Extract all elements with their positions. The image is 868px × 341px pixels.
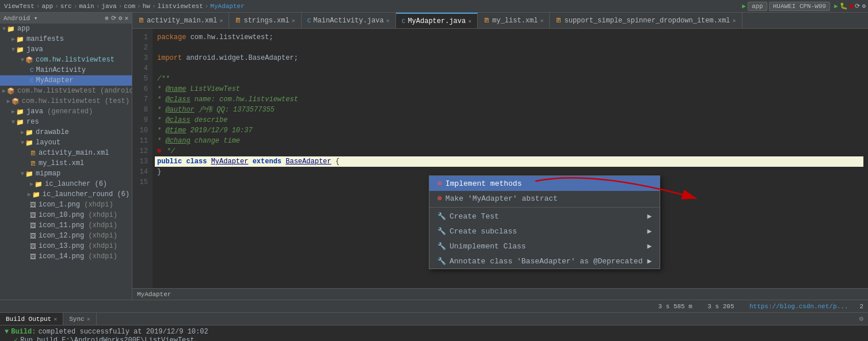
- tab-bar: 🖹 activity_main.xml ✕ 🖹 strings.xml ✕ C …: [132, 13, 868, 29]
- line-num: 1: [135, 32, 148, 43]
- package-icon: 📦: [12, 98, 20, 105]
- ctx-create-subclass[interactable]: 🔧 Create subclass ▶: [429, 224, 660, 239]
- tree-item-res[interactable]: ▼ 📁 res: [0, 117, 132, 127]
- ctx-implement-methods[interactable]: ⊗ Implement methods: [429, 176, 660, 191]
- run-config-btn[interactable]: app: [748, 2, 767, 11]
- tree-item-myadapter[interactable]: C MyAdapter: [0, 75, 132, 86]
- bottom-tab-build-output[interactable]: Build Output ✕: [0, 313, 63, 325]
- tree-item-pkg[interactable]: ▼ 📦 com.hw.listviewtest: [0, 55, 132, 65]
- tab-close-btn[interactable]: ✕: [386, 17, 390, 24]
- bc-main[interactable]: main: [79, 3, 94, 10]
- tree-item-ic-launcher[interactable]: ▶ 📁 ic_launcher (6): [0, 179, 132, 189]
- bc-src[interactable]: src: [60, 3, 72, 10]
- wrench-icon: 🔧: [437, 212, 446, 221]
- tree-item-my-list-xml[interactable]: 🖹 my_list.xml: [0, 158, 132, 168]
- sidebar-header-icons: ⊕ ⟳ ⚙ ✕: [105, 14, 128, 22]
- status-link[interactable]: https://blog.csdn.net/p...: [749, 303, 848, 310]
- bottom-gear-icon[interactable]: ⚙: [859, 315, 868, 323]
- tab-my-list-xml[interactable]: 🖹 my_list.xml ✕: [478, 13, 550, 28]
- tree-item-icon11[interactable]: 🖼 icon_11.png (xhdpi): [0, 220, 132, 231]
- device-btn[interactable]: HUAWEI CPN-W09: [769, 2, 830, 11]
- tree-item-layout[interactable]: ▼ 📁 layout: [0, 137, 132, 148]
- tree-item-java-gen[interactable]: ▶ 📁 java (generated): [0, 106, 132, 117]
- settings-icon[interactable]: ⚙: [862, 2, 866, 10]
- tab-strings-xml[interactable]: 🖹 strings.xml ✕: [229, 13, 301, 28]
- expand-arrow: ▼: [21, 140, 24, 146]
- bc-myadapter[interactable]: MyAdapter: [210, 3, 244, 10]
- close-icon[interactable]: ✕: [124, 14, 128, 22]
- tab-close-btn[interactable]: ✕: [733, 17, 736, 24]
- tree-item-manifests[interactable]: ▶ 📁 manifests: [0, 34, 132, 44]
- line-num: 10: [135, 125, 148, 136]
- bc-com[interactable]: com: [124, 3, 135, 10]
- tab-close-btn[interactable]: ✕: [219, 17, 223, 24]
- package-icon: 📦: [7, 87, 15, 95]
- bc-viewtest[interactable]: ViewTest: [4, 3, 35, 10]
- folder-icon: 📁: [25, 129, 33, 136]
- tree-item-java[interactable]: ▼ 📁 java: [0, 44, 132, 55]
- folder-icon: 📁: [7, 25, 15, 33]
- tree-item-activity-main-xml[interactable]: 🖹 activity_main.xml: [0, 148, 132, 158]
- tree-label: manifests: [26, 35, 64, 43]
- ctx-annotate-deprecated[interactable]: 🔧 Annotate class 'BaseAdapter' as @Depre…: [429, 254, 660, 269]
- tree-item-test[interactable]: ▶ 📦 com.hw.listviewtest (test): [0, 96, 132, 106]
- tree-label: res: [26, 118, 39, 126]
- status-position2: 3 s 205: [707, 303, 734, 310]
- line-num: 12: [135, 146, 148, 156]
- stop-btn[interactable]: ◼: [850, 2, 854, 10]
- tab-label: strings.xml: [243, 17, 289, 25]
- tree-item-mainactivity[interactable]: C MainActivity: [0, 65, 132, 75]
- ctx-make-abstract[interactable]: ⊗ Make 'MyAdapter' abstract: [429, 191, 660, 206]
- tree-item-androidtest[interactable]: ▶ 📦 com.hw.listviewtest (androidTest): [0, 86, 132, 96]
- green-icon: ▶: [742, 2, 746, 10]
- ctx-separator: [429, 207, 660, 208]
- tree-item-icon1[interactable]: 🖼 icon_1.png (xhdpi): [0, 200, 132, 210]
- tab-activity-main-xml[interactable]: 🖹 activity_main.xml ✕: [132, 13, 229, 28]
- add-icon[interactable]: ⊕: [105, 14, 109, 22]
- breadcrumb[interactable]: ViewTest › app › src › main › java › com…: [2, 3, 246, 10]
- tree-item-app[interactable]: ▼ 📁 app: [0, 24, 132, 34]
- tree-label: MyAdapter: [36, 76, 74, 85]
- tree-item-icon13[interactable]: 🖼 icon_13.png (xhdpi): [0, 241, 132, 251]
- line-num: 11: [135, 136, 148, 146]
- debug-btn[interactable]: 🐛: [840, 2, 848, 10]
- bottom-tab-sync[interactable]: Sync ✕: [63, 313, 96, 325]
- check-icon: ✓: [14, 336, 18, 341]
- tab-support-spinner-xml[interactable]: 🖹 support_simple_spinner_dropdown_item.x…: [550, 13, 742, 28]
- tree-item-icon12[interactable]: 🖼 icon_12.png (xhdpi): [0, 231, 132, 241]
- java-icon: C: [30, 77, 34, 84]
- tree-item-ic-launcher-round[interactable]: ▶ 📁 ic_launcher_round (6): [0, 189, 132, 200]
- expand-arrow: ▼: [12, 47, 15, 53]
- tree-item-drawable[interactable]: ▶ 📁 drawable: [0, 127, 132, 137]
- tab-close-btn[interactable]: ✕: [292, 17, 295, 24]
- ctx-unimplement-class[interactable]: 🔧 Unimplement Class ▶: [429, 239, 660, 254]
- bottom-tab-close[interactable]: ✕: [54, 316, 57, 323]
- sync-icon[interactable]: ⟳: [111, 14, 116, 22]
- tab-mainactivity-java[interactable]: C MainActivity.java ✕: [302, 13, 396, 28]
- tab-close-btn[interactable]: ✕: [468, 18, 471, 25]
- tree-item-icon14[interactable]: 🖼 icon_14.png (xhdpi): [0, 251, 132, 262]
- java-icon: C: [307, 17, 311, 24]
- ctx-create-test[interactable]: 🔧 Create Test ▶: [429, 209, 660, 224]
- bc-listviewtest[interactable]: listviewtest: [158, 3, 203, 10]
- tree-item-mipmap[interactable]: ▼ 📁 mipmap: [0, 168, 132, 179]
- tree-item-icon10[interactable]: 🖼 icon_10.png (xhdpi): [0, 210, 132, 220]
- tab-close-btn[interactable]: ✕: [540, 17, 543, 24]
- bc-java[interactable]: java: [101, 3, 116, 10]
- expand-arrow: ▼: [12, 119, 15, 125]
- error-icon: ⊗: [437, 194, 442, 203]
- build-run-text: Run build E:\AndroidWorks200E\ListViewTe…: [20, 336, 194, 342]
- gear-icon[interactable]: ⚙: [119, 14, 123, 22]
- sync-btn[interactable]: ⟳: [855, 2, 860, 10]
- tab-myadapter-java[interactable]: C MyAdapter.java ✕: [396, 13, 478, 28]
- bottom-tab-close[interactable]: ✕: [87, 316, 90, 323]
- bc-app[interactable]: app: [41, 3, 53, 10]
- wrench-icon: 🔧: [437, 257, 446, 266]
- run-btn[interactable]: ▶: [834, 2, 838, 10]
- code-editor[interactable]: 1 2 3 4 5 6 7 8 9 10 11 12 13 14 15: [132, 29, 868, 300]
- ctx-label: Create subclass: [450, 227, 517, 236]
- check-icon: ▼: [5, 328, 9, 336]
- ctx-label: Create Test: [450, 212, 499, 221]
- bc-hw[interactable]: hw: [143, 3, 150, 10]
- line-num: 13: [135, 156, 148, 167]
